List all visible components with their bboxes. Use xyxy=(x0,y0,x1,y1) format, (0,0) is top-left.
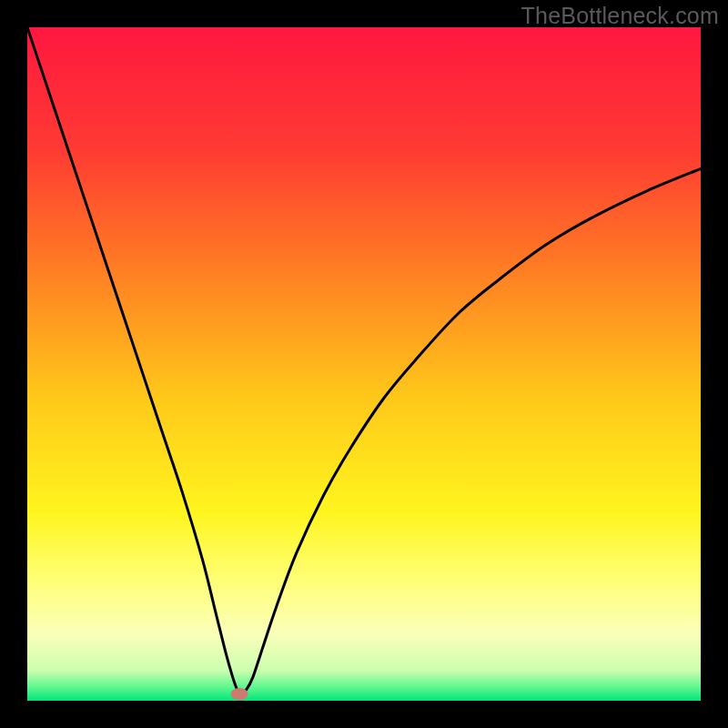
plot-area xyxy=(27,27,701,701)
watermark-text: TheBottleneck.com xyxy=(521,3,719,29)
gradient-background xyxy=(27,27,701,701)
bottleneck-chart xyxy=(27,27,701,701)
optimal-point-marker xyxy=(230,688,248,700)
chart-frame: TheBottleneck.com xyxy=(0,0,728,728)
